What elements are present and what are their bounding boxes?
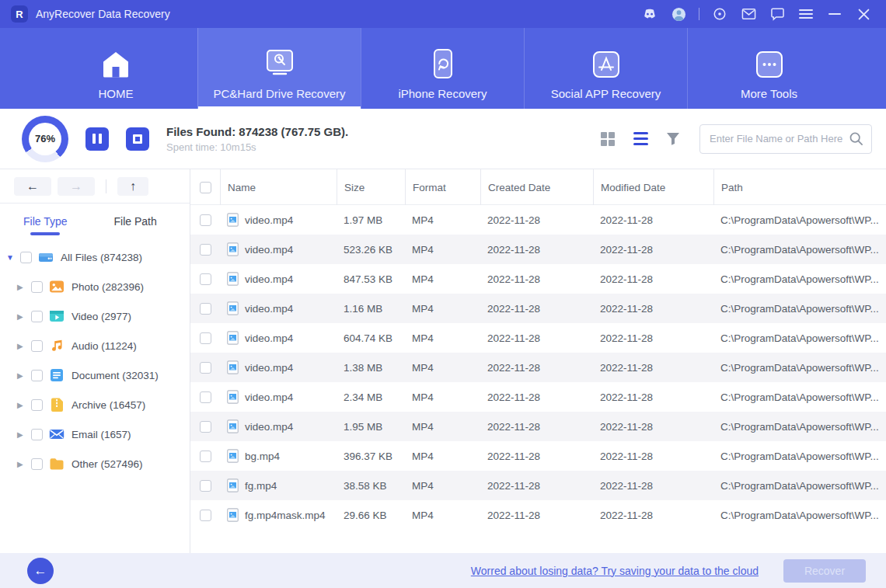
search-input[interactable] bbox=[710, 133, 849, 144]
tree-item-photo[interactable]: ▶Photo (282396) bbox=[0, 272, 190, 301]
column-header-name[interactable]: Name bbox=[220, 169, 337, 205]
file-format: MP4 bbox=[405, 332, 480, 344]
created-date: 2022-11-28 bbox=[480, 332, 593, 344]
forward-arrow-button[interactable]: → bbox=[58, 177, 95, 196]
created-date: 2022-11-28 bbox=[480, 510, 593, 521]
expand-arrow-icon[interactable]: ▶ bbox=[17, 283, 28, 291]
row-checkbox-cell bbox=[190, 303, 220, 315]
tab-file-path[interactable]: File Path bbox=[111, 206, 160, 237]
column-header-format[interactable]: Format bbox=[405, 169, 480, 205]
tree-item-email[interactable]: ▶Email (1657) bbox=[0, 419, 190, 449]
file-name: fg.mp4 bbox=[245, 480, 277, 492]
tab-home[interactable]: HOME bbox=[34, 28, 197, 109]
feedback-icon[interactable] bbox=[766, 4, 789, 24]
tab-social-app-recovery[interactable]: Social APP Recovery bbox=[524, 28, 687, 109]
column-header-size[interactable]: Size bbox=[337, 169, 405, 205]
filter-icon[interactable] bbox=[662, 128, 684, 150]
tree-item-checkbox[interactable] bbox=[31, 370, 43, 381]
recover-button[interactable]: Recover bbox=[783, 559, 866, 583]
file-size: 38.58 KB bbox=[337, 480, 405, 492]
tab-iphone-recovery[interactable]: iPhone Recovery bbox=[361, 28, 524, 109]
tree-item-checkbox[interactable] bbox=[31, 340, 43, 352]
titlebar-separator bbox=[699, 8, 699, 20]
expand-arrow-icon[interactable]: ▶ bbox=[17, 430, 28, 439]
expand-arrow-icon[interactable]: ▶ bbox=[17, 371, 28, 380]
search-icon[interactable] bbox=[849, 131, 863, 146]
table-row[interactable]: video.mp41.95 MBMP42022-11-282022-11-28C… bbox=[190, 412, 886, 441]
menu-icon[interactable] bbox=[794, 4, 818, 24]
row-checkbox[interactable] bbox=[200, 480, 211, 492]
tab-file-type[interactable]: File Type bbox=[20, 206, 71, 237]
row-checkbox[interactable] bbox=[200, 273, 211, 285]
tree-item-audio[interactable]: ▶Audio (11224) bbox=[0, 331, 190, 360]
table-row[interactable]: video.mp41.16 MBMP42022-11-282022-11-28C… bbox=[190, 294, 886, 323]
file-path: C:\ProgramData\Apowersoft\WP... bbox=[713, 214, 886, 226]
tree-item-video[interactable]: ▶Video (2977) bbox=[0, 301, 190, 331]
close-icon[interactable] bbox=[852, 4, 875, 24]
column-header-modified-date[interactable]: Modified Date bbox=[593, 169, 713, 205]
table-row[interactable]: video.mp41.38 MBMP42022-11-282022-11-28C… bbox=[190, 353, 886, 382]
table-row[interactable]: video.mp4604.74 KBMP42022-11-282022-11-2… bbox=[190, 323, 886, 353]
created-date: 2022-11-28 bbox=[480, 391, 593, 403]
row-checkbox[interactable] bbox=[200, 510, 211, 521]
pause-icon bbox=[92, 134, 102, 144]
column-header-path[interactable]: Path bbox=[713, 169, 886, 205]
expand-arrow-icon[interactable]: ▶ bbox=[17, 342, 28, 350]
table-row[interactable]: fg.mp438.58 KBMP42022-11-282022-11-28C:\… bbox=[190, 471, 886, 500]
row-checkbox[interactable] bbox=[200, 303, 211, 315]
tree-item-all-files[interactable]: ▼All Files (874238) bbox=[0, 242, 190, 272]
tree-item-checkbox[interactable] bbox=[31, 399, 43, 411]
row-checkbox[interactable] bbox=[200, 391, 211, 403]
table-row[interactable]: video.mp42.34 MBMP42022-11-282022-11-28C… bbox=[190, 382, 886, 412]
tab-more-tools[interactable]: More Tools bbox=[687, 28, 850, 109]
tree-item-checkbox[interactable] bbox=[31, 311, 43, 322]
scan-progress-percent: 76% bbox=[29, 123, 61, 155]
column-header-created-date[interactable]: Created Date bbox=[480, 169, 593, 205]
grid-view-icon[interactable] bbox=[597, 128, 619, 150]
expand-arrow-icon[interactable]: ▶ bbox=[17, 312, 28, 321]
table-row[interactable]: video.mp41.97 MBMP42022-11-282022-11-28C… bbox=[190, 205, 886, 235]
collapse-arrow-icon[interactable]: ▼ bbox=[6, 253, 17, 262]
table-row[interactable]: video.mp4847.53 KBMP42022-11-282022-11-2… bbox=[190, 264, 886, 294]
stop-button[interactable] bbox=[126, 127, 149, 151]
back-arrow-button[interactable]: ← bbox=[14, 177, 51, 196]
modified-date: 2022-11-28 bbox=[593, 451, 713, 462]
account-avatar[interactable] bbox=[667, 4, 690, 24]
row-checkbox[interactable] bbox=[200, 244, 211, 256]
tree-item-archive[interactable]: ▶Archive (16457) bbox=[0, 390, 190, 419]
table-row[interactable]: fg.mp4mask.mp429.66 KBMP42022-11-282022-… bbox=[190, 500, 886, 530]
cloud-save-link[interactable]: Worred about losing data? Try saving you… bbox=[471, 565, 759, 577]
file-name-cell: video.mp4 bbox=[220, 301, 337, 315]
discord-icon[interactable] bbox=[638, 4, 661, 24]
expand-arrow-icon[interactable]: ▶ bbox=[17, 401, 28, 409]
up-arrow-button[interactable]: ↑ bbox=[117, 177, 148, 196]
pause-button[interactable] bbox=[85, 127, 109, 151]
file-name-cell: video.mp4 bbox=[220, 272, 337, 286]
tree-item-checkbox[interactable] bbox=[31, 281, 43, 293]
target-icon[interactable] bbox=[708, 4, 731, 24]
titlebar-left: R AnyRecover Data Recovery bbox=[11, 5, 170, 23]
iphone-recovery-icon bbox=[433, 43, 453, 79]
list-view-icon[interactable] bbox=[630, 128, 651, 150]
table-row[interactable]: bg.mp4396.37 KBMP42022-11-282022-11-28C:… bbox=[190, 441, 886, 471]
table-row[interactable]: video.mp4523.26 KBMP42022-11-282022-11-2… bbox=[190, 235, 886, 264]
file-format: MP4 bbox=[405, 362, 480, 374]
tree-item-checkbox[interactable] bbox=[31, 429, 43, 440]
tree-item-document[interactable]: ▶Document (32031) bbox=[0, 360, 190, 390]
file-path: C:\ProgramData\Apowersoft\WP... bbox=[713, 362, 886, 374]
row-checkbox[interactable] bbox=[200, 421, 211, 433]
row-checkbox[interactable] bbox=[200, 451, 211, 462]
back-button[interactable]: ← bbox=[27, 558, 54, 584]
tree-item-checkbox[interactable] bbox=[31, 458, 43, 470]
tree-item-other[interactable]: ▶Other (527496) bbox=[0, 449, 190, 478]
minimize-icon[interactable] bbox=[823, 4, 846, 24]
select-all-checkbox[interactable] bbox=[200, 182, 211, 193]
nav-tab-label: PC&Hard Drive Recovery bbox=[213, 87, 345, 100]
mail-icon[interactable] bbox=[737, 4, 760, 24]
row-checkbox[interactable] bbox=[200, 332, 211, 344]
row-checkbox[interactable] bbox=[200, 214, 211, 226]
row-checkbox[interactable] bbox=[200, 362, 211, 374]
expand-arrow-icon[interactable]: ▶ bbox=[17, 460, 28, 468]
tab-pc-hard-drive-recovery[interactable]: PC&Hard Drive Recovery bbox=[197, 28, 361, 109]
tree-item-checkbox[interactable] bbox=[20, 252, 32, 263]
